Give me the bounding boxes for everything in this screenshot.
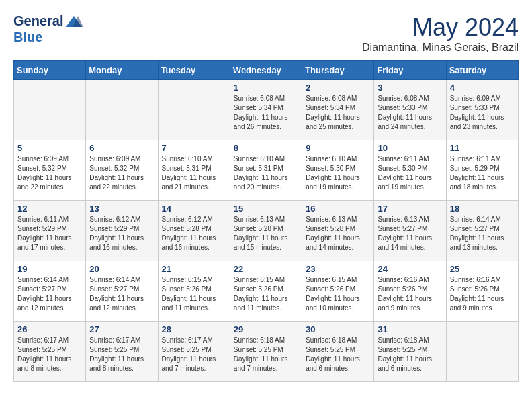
day-number: 16 (306, 203, 370, 214)
calendar-cell: 16Sunrise: 6:13 AMSunset: 5:28 PMDayligh… (302, 201, 374, 261)
day-number: 29 (234, 324, 298, 334)
logo-blue: Blue (13, 30, 83, 44)
weekday-header-row: SundayMondayTuesdayWednesdayThursdayFrid… (14, 61, 519, 80)
calendar-cell: 6Sunrise: 6:09 AMSunset: 5:32 PMDaylight… (86, 140, 158, 201)
day-info: Sunrise: 6:08 AMSunset: 5:34 PMDaylight:… (234, 94, 298, 132)
calendar-cell: 15Sunrise: 6:13 AMSunset: 5:28 PMDayligh… (230, 201, 302, 261)
calendar-body: 1Sunrise: 6:08 AMSunset: 5:34 PMDaylight… (14, 80, 519, 382)
calendar-cell: 24Sunrise: 6:16 AMSunset: 5:26 PMDayligh… (374, 261, 446, 322)
calendar-cell: 14Sunrise: 6:12 AMSunset: 5:28 PMDayligh… (158, 201, 230, 261)
calendar-week-3: 12Sunrise: 6:11 AMSunset: 5:29 PMDayligh… (14, 201, 519, 261)
month-year: May 2024 (362, 13, 519, 42)
day-number: 18 (450, 203, 515, 214)
calendar-cell: 11Sunrise: 6:11 AMSunset: 5:29 PMDayligh… (446, 140, 518, 201)
calendar-cell: 9Sunrise: 6:10 AMSunset: 5:30 PMDaylight… (302, 140, 374, 201)
day-info: Sunrise: 6:10 AMSunset: 5:31 PMDaylight:… (162, 154, 226, 192)
day-number: 4 (450, 83, 515, 93)
calendar-cell (14, 80, 86, 140)
day-number: 8 (234, 143, 298, 153)
day-info: Sunrise: 6:10 AMSunset: 5:30 PMDaylight:… (306, 154, 370, 192)
calendar-cell: 30Sunrise: 6:18 AMSunset: 5:25 PMDayligh… (302, 322, 374, 382)
day-number: 3 (378, 83, 442, 93)
calendar-cell (86, 80, 158, 140)
day-info: Sunrise: 6:16 AMSunset: 5:26 PMDaylight:… (450, 275, 515, 313)
day-number: 25 (450, 264, 515, 274)
weekday-friday: Friday (374, 61, 446, 80)
calendar-week-4: 19Sunrise: 6:14 AMSunset: 5:27 PMDayligh… (14, 261, 519, 322)
day-number: 11 (450, 143, 515, 153)
day-number: 24 (378, 264, 442, 274)
day-info: Sunrise: 6:12 AMSunset: 5:29 PMDaylight:… (89, 215, 154, 253)
calendar-week-2: 5Sunrise: 6:09 AMSunset: 5:32 PMDaylight… (14, 140, 519, 201)
day-info: Sunrise: 6:09 AMSunset: 5:32 PMDaylight:… (89, 154, 154, 192)
calendar-cell: 13Sunrise: 6:12 AMSunset: 5:29 PMDayligh… (86, 201, 158, 261)
calendar-header: SundayMondayTuesdayWednesdayThursdayFrid… (14, 61, 519, 80)
calendar-cell: 22Sunrise: 6:15 AMSunset: 5:26 PMDayligh… (230, 261, 302, 322)
calendar-cell: 3Sunrise: 6:08 AMSunset: 5:33 PMDaylight… (374, 80, 446, 140)
day-info: Sunrise: 6:18 AMSunset: 5:25 PMDaylight:… (306, 336, 370, 373)
day-info: Sunrise: 6:17 AMSunset: 5:25 PMDaylight:… (89, 336, 154, 373)
calendar-cell: 21Sunrise: 6:15 AMSunset: 5:26 PMDayligh… (158, 261, 230, 322)
day-info: Sunrise: 6:11 AMSunset: 5:29 PMDaylight:… (450, 154, 515, 192)
calendar-cell: 1Sunrise: 6:08 AMSunset: 5:34 PMDaylight… (230, 80, 302, 140)
day-info: Sunrise: 6:13 AMSunset: 5:27 PMDaylight:… (378, 215, 442, 253)
day-info: Sunrise: 6:18 AMSunset: 5:25 PMDaylight:… (234, 336, 298, 373)
calendar-cell: 27Sunrise: 6:17 AMSunset: 5:25 PMDayligh… (86, 322, 158, 382)
day-info: Sunrise: 6:15 AMSunset: 5:26 PMDaylight:… (234, 275, 298, 313)
day-info: Sunrise: 6:09 AMSunset: 5:32 PMDaylight:… (17, 154, 82, 192)
calendar-cell: 25Sunrise: 6:16 AMSunset: 5:26 PMDayligh… (446, 261, 518, 322)
day-info: Sunrise: 6:16 AMSunset: 5:26 PMDaylight:… (378, 275, 442, 313)
day-number: 15 (234, 203, 298, 214)
day-number: 5 (17, 143, 82, 153)
calendar-cell: 18Sunrise: 6:14 AMSunset: 5:27 PMDayligh… (446, 201, 518, 261)
day-number: 10 (378, 143, 442, 153)
day-info: Sunrise: 6:08 AMSunset: 5:33 PMDaylight:… (378, 94, 442, 132)
day-info: Sunrise: 6:14 AMSunset: 5:27 PMDaylight:… (89, 275, 154, 313)
day-number: 28 (162, 324, 226, 334)
day-number: 6 (89, 143, 154, 153)
calendar-cell (446, 322, 518, 382)
day-number: 12 (17, 203, 82, 214)
day-number: 9 (306, 143, 370, 153)
day-info: Sunrise: 6:08 AMSunset: 5:34 PMDaylight:… (306, 94, 370, 132)
day-info: Sunrise: 6:13 AMSunset: 5:28 PMDaylight:… (234, 215, 298, 253)
day-number: 31 (378, 324, 442, 334)
day-number: 13 (89, 203, 154, 214)
calendar-week-5: 26Sunrise: 6:17 AMSunset: 5:25 PMDayligh… (14, 322, 519, 382)
day-info: Sunrise: 6:09 AMSunset: 5:33 PMDaylight:… (450, 94, 515, 132)
day-number: 17 (378, 203, 442, 214)
day-number: 27 (89, 324, 154, 334)
day-info: Sunrise: 6:17 AMSunset: 5:25 PMDaylight:… (162, 336, 226, 373)
day-info: Sunrise: 6:11 AMSunset: 5:29 PMDaylight:… (17, 215, 82, 253)
day-number: 20 (89, 264, 154, 274)
weekday-sunday: Sunday (14, 61, 86, 80)
calendar-table: SundayMondayTuesdayWednesdayThursdayFrid… (13, 60, 519, 382)
day-number: 26 (17, 324, 82, 334)
page-header: General Blue May 2024 Diamantina, Minas … (13, 13, 519, 54)
calendar-week-1: 1Sunrise: 6:08 AMSunset: 5:34 PMDaylight… (14, 80, 519, 140)
day-number: 1 (234, 83, 298, 93)
weekday-saturday: Saturday (446, 61, 518, 80)
day-number: 21 (162, 264, 226, 274)
weekday-thursday: Thursday (302, 61, 374, 80)
calendar-cell: 26Sunrise: 6:17 AMSunset: 5:25 PMDayligh… (14, 322, 86, 382)
day-number: 30 (306, 324, 370, 334)
day-info: Sunrise: 6:18 AMSunset: 5:25 PMDaylight:… (378, 336, 442, 373)
calendar-cell: 4Sunrise: 6:09 AMSunset: 5:33 PMDaylight… (446, 80, 518, 140)
day-number: 23 (306, 264, 370, 274)
day-number: 2 (306, 83, 370, 93)
calendar-cell: 29Sunrise: 6:18 AMSunset: 5:25 PMDayligh… (230, 322, 302, 382)
day-number: 19 (17, 264, 82, 274)
day-info: Sunrise: 6:14 AMSunset: 5:27 PMDaylight:… (17, 275, 82, 313)
calendar-cell: 31Sunrise: 6:18 AMSunset: 5:25 PMDayligh… (374, 322, 446, 382)
day-info: Sunrise: 6:17 AMSunset: 5:25 PMDaylight:… (17, 336, 82, 373)
day-info: Sunrise: 6:12 AMSunset: 5:28 PMDaylight:… (162, 215, 226, 253)
day-number: 7 (162, 143, 226, 153)
day-info: Sunrise: 6:13 AMSunset: 5:28 PMDaylight:… (306, 215, 370, 253)
calendar-cell: 12Sunrise: 6:11 AMSunset: 5:29 PMDayligh… (14, 201, 86, 261)
calendar-cell: 23Sunrise: 6:15 AMSunset: 5:26 PMDayligh… (302, 261, 374, 322)
calendar-cell (158, 80, 230, 140)
title-block: May 2024 Diamantina, Minas Gerais, Brazi… (362, 13, 519, 54)
day-info: Sunrise: 6:11 AMSunset: 5:30 PMDaylight:… (378, 154, 442, 192)
logo: General Blue (13, 13, 83, 44)
